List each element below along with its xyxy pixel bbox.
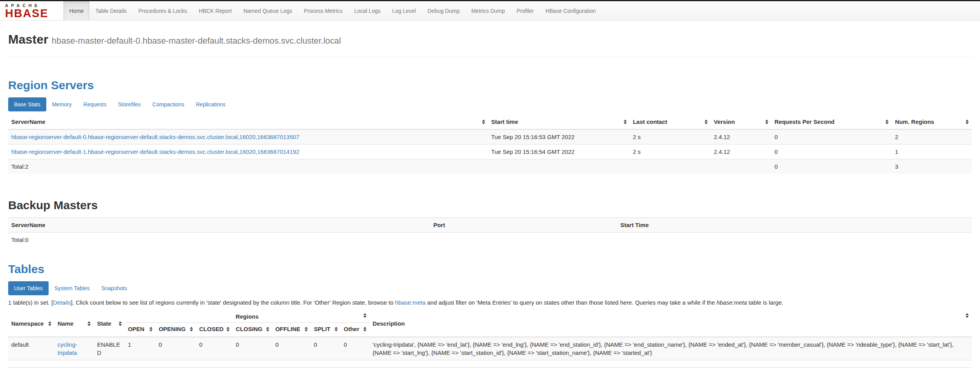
sort-icon[interactable]: [266, 327, 269, 331]
col-name[interactable]: Name: [54, 310, 94, 337]
note-text: 1 table(s) in set. [: [8, 299, 53, 306]
sort-icon[interactable]: [624, 120, 627, 124]
col-version-label: Version: [714, 118, 735, 126]
sort-icon[interactable]: [705, 120, 708, 124]
sort-icon[interactable]: [190, 327, 193, 331]
nav-link-profiler[interactable]: Profiler: [511, 1, 540, 21]
nav-link-metrics-dump[interactable]: Metrics Dump: [465, 1, 510, 21]
tab-link-compactions[interactable]: Compactions: [147, 97, 190, 111]
tab-requests: Requests: [77, 97, 112, 111]
col-open[interactable]: OPEN: [125, 323, 156, 337]
tab-link-requests[interactable]: Requests: [77, 97, 112, 111]
tab-snapshots: Snapshots: [95, 281, 133, 295]
table-row: hbase-regionserver-default-0.hbase-regio…: [8, 129, 972, 145]
sort-icon[interactable]: [363, 327, 366, 331]
details-link[interactable]: Details: [53, 299, 71, 306]
tab-link-snapshots[interactable]: Snapshots: [95, 281, 133, 295]
col-requests-per-second[interactable]: Requests Per Second: [771, 115, 892, 129]
col-start-time[interactable]: Start time: [488, 115, 630, 129]
nav-link-hbase-configuration[interactable]: HBase Configuration: [540, 1, 601, 21]
col-namespace[interactable]: Namespace: [8, 310, 54, 337]
nav-link-named-queue-logs[interactable]: Named Queue Logs: [238, 1, 298, 21]
cell-description: 'cycling-tripdata', {NAME => 'end_lat'},…: [370, 337, 972, 360]
hbase-meta-link[interactable]: hbase:meta: [395, 299, 425, 306]
col-backup-port: Port: [430, 218, 617, 233]
nav-link-table-details[interactable]: Table Details: [89, 1, 132, 21]
nav-link-process-metrics[interactable]: Process Metrics: [298, 1, 349, 21]
col-closing-label: CLOSING: [236, 325, 262, 333]
sort-icon[interactable]: [119, 321, 122, 326]
tab-link-user-tables[interactable]: User Tables: [8, 281, 49, 295]
col-namespace-label: Namespace: [11, 319, 44, 328]
col-group-regions[interactable]: Regions: [125, 310, 370, 323]
col-last-contact[interactable]: Last contact: [630, 115, 711, 129]
nav-link-debug-dump[interactable]: Debug Dump: [422, 1, 466, 21]
backup-masters-header-row: ServerName Port Start Time: [8, 218, 972, 233]
col-description[interactable]: Description: [370, 310, 972, 337]
col-other[interactable]: Other: [341, 323, 370, 337]
nav-item-log-level: Log Level: [386, 1, 422, 20]
nav-link-log-level[interactable]: Log Level: [386, 1, 422, 21]
col-state-label: State: [97, 319, 111, 328]
col-state[interactable]: State: [94, 310, 124, 337]
nav-item-procedures-locks: Procedures & Locks: [133, 1, 193, 20]
sort-icon[interactable]: [305, 327, 308, 331]
sort-icon[interactable]: [482, 120, 485, 124]
regionserver-link[interactable]: hbase-regionserver-default-1.hbase-regio…: [11, 148, 299, 155]
tab-link-storefiles[interactable]: Storefiles: [112, 97, 146, 111]
tab-base-stats: Base Stats: [8, 97, 46, 111]
tab-storefiles: Storefiles: [112, 97, 146, 111]
col-servername[interactable]: ServerName: [8, 115, 488, 129]
split-count-link[interactable]: 0: [314, 341, 317, 348]
table-name-link[interactable]: cycling-tripdata: [58, 341, 77, 356]
sort-icon[interactable]: [88, 321, 91, 326]
sort-icon[interactable]: [335, 327, 338, 331]
master-hostname: hbase-master-default-0.hbase-master-defa…: [52, 36, 341, 46]
col-offline[interactable]: OFFLINE: [272, 323, 311, 337]
col-backup-start-time: Start Time: [617, 218, 972, 233]
backup-masters-heading: Backup Masters: [8, 199, 972, 212]
sort-icon[interactable]: [149, 327, 153, 331]
sort-icon[interactable]: [966, 120, 969, 124]
regionserver-link[interactable]: hbase-regionserver-default-0.hbase-regio…: [11, 134, 299, 140]
nav-link-local-logs[interactable]: Local Logs: [349, 1, 387, 21]
tab-memory: Memory: [46, 97, 78, 111]
sort-icon[interactable]: [765, 120, 768, 124]
col-closing[interactable]: CLOSING: [233, 323, 272, 337]
offline-count-link[interactable]: 0: [275, 341, 279, 348]
col-closed[interactable]: CLOSED: [196, 323, 233, 337]
cell-num-regions: 2: [892, 129, 972, 145]
col-split-label: SPLIT: [314, 325, 331, 333]
tables-heading: Tables: [8, 263, 972, 276]
tab-link-replications[interactable]: Replications: [190, 97, 231, 111]
tab-replications: Replications: [190, 97, 231, 111]
sort-icon[interactable]: [48, 321, 51, 326]
tab-link-base-stats[interactable]: Base Stats: [8, 97, 46, 111]
col-opening[interactable]: OPENING: [156, 323, 196, 337]
nav-link-hbck-report[interactable]: HBCK Report: [193, 1, 238, 21]
sort-icon[interactable]: [226, 327, 230, 331]
tab-link-system-tables[interactable]: System Tables: [49, 281, 96, 295]
regions-group-label: Regions: [236, 313, 259, 320]
closed-count-link[interactable]: 0: [199, 341, 202, 348]
hbase-logo[interactable]: APACHE HBASE: [0, 1, 63, 20]
open-count-link[interactable]: 1: [128, 341, 131, 348]
bottom-divider: [8, 367, 972, 368]
other-count-link[interactable]: 0: [344, 341, 347, 348]
col-num-regions[interactable]: Num. Regions: [892, 115, 972, 129]
nav-link-procedures-locks[interactable]: Procedures & Locks: [133, 1, 193, 21]
cell-start-time: Tue Sep 20 15:16:53 GMT 2022: [488, 129, 630, 145]
col-split[interactable]: SPLIT: [311, 323, 341, 337]
opening-count-link[interactable]: 0: [159, 341, 162, 348]
tab-link-memory[interactable]: Memory: [46, 97, 78, 111]
nav-item-debug-dump: Debug Dump: [422, 1, 466, 20]
sort-icon[interactable]: [363, 313, 366, 318]
total-rps: 0: [771, 159, 892, 174]
sort-icon[interactable]: [966, 313, 969, 318]
col-version[interactable]: Version: [711, 115, 771, 129]
sort-icon[interactable]: [885, 120, 889, 124]
closing-count-link[interactable]: 0: [236, 341, 239, 348]
col-other-label: Other: [344, 325, 359, 333]
nav-item-table-details: Table Details: [89, 1, 132, 20]
nav-link-home[interactable]: Home: [63, 1, 89, 21]
